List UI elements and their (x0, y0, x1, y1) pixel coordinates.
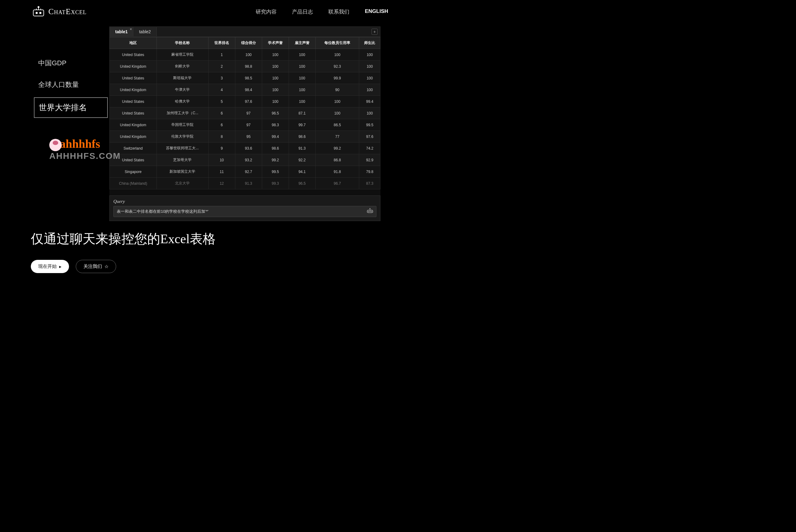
table-cell: 92.9 (359, 154, 381, 166)
table-cell: 9 (208, 142, 235, 154)
table-row[interactable]: United Kingdom剑桥大学298.810010092.3100 (110, 61, 381, 72)
table-cell: 100 (262, 61, 289, 72)
table-cell: United States (110, 154, 157, 166)
table-row[interactable]: China (Mainland)北京大学1291.399.396.596.787… (110, 178, 381, 189)
table-cell: Singapore (110, 166, 157, 178)
column-header[interactable]: 地区 (110, 37, 157, 49)
table-row[interactable]: United States麻省理工学院1100100100100100 (110, 49, 381, 61)
table-cell: 91.8 (315, 166, 359, 178)
table-panel: table1✕table2+ 地区学校名称世界排名综合得分学术声誉雇主声誉每位教… (109, 26, 381, 221)
table-cell: 11 (208, 166, 235, 178)
table-cell: 97 (235, 119, 262, 131)
table-cell: 99.2 (315, 142, 359, 154)
column-header[interactable]: 世界排名 (208, 37, 235, 49)
nav-item[interactable]: 研究内容 (256, 8, 277, 15)
table-row[interactable]: United States芝加哥大学1093.299.292.286.892.9 (110, 154, 381, 166)
query-label: Query (113, 199, 376, 204)
table-cell: 100 (235, 49, 262, 61)
column-header[interactable]: 学术声誉 (262, 37, 289, 49)
query-panel: Query 0/50 (109, 195, 381, 221)
table-cell: 100 (262, 84, 289, 96)
table-row[interactable]: United States哈佛大学597.610010010099.4 (110, 96, 381, 108)
table-cell: United Kingdom (110, 131, 157, 142)
table-cell: 79.8 (359, 166, 381, 178)
table-cell: 100 (262, 49, 289, 61)
table-cell: United States (110, 108, 157, 119)
table-cell: 5 (208, 96, 235, 108)
star-icon: ☆ (105, 264, 108, 269)
table-cell: 帝国理工学院 (157, 119, 208, 131)
table-cell: 77 (315, 131, 359, 142)
tab[interactable]: table2 (133, 27, 156, 36)
table-row[interactable]: United States斯坦福大学398.510010099.9100 (110, 72, 381, 84)
table-cell: 100 (359, 72, 381, 84)
table-cell: 98.3 (262, 119, 289, 131)
table-cell: 100 (289, 72, 315, 84)
follow-button[interactable]: 关注我们 ☆ (76, 260, 116, 273)
table-cell: 100 (262, 72, 289, 84)
tab-bar: table1✕table2+ (109, 26, 381, 37)
table-cell: 91.3 (289, 142, 315, 154)
table-cell: 100 (315, 108, 359, 119)
table-cell: United Kingdom (110, 119, 157, 131)
table-row[interactable]: Singapore新加坡国立大学1192.799.594.191.879.8 (110, 166, 381, 178)
table-cell: 99.9 (315, 72, 359, 84)
column-header[interactable]: 每位教员引用率 (315, 37, 359, 49)
column-header[interactable]: 综合得分 (235, 37, 262, 49)
table-cell: 100 (359, 84, 381, 96)
data-table: 地区学校名称世界排名综合得分学术声誉雇主声誉每位教员引用率师生比 United … (109, 37, 381, 189)
svg-point-2 (40, 12, 41, 14)
table-row[interactable]: United Kingdom牛津大学498.410010090100 (110, 84, 381, 96)
table-row[interactable]: United Kingdom伦敦大学学院89599.498.67797.6 (110, 131, 381, 142)
table-cell: 芝加哥大学 (157, 154, 208, 166)
sidebar-item[interactable]: 中国GDP (34, 54, 108, 72)
start-button[interactable]: 现在开始 ▸ (31, 260, 69, 273)
table-cell: 新加坡国立大学 (157, 166, 208, 178)
tab[interactable]: table1✕ (110, 27, 133, 36)
add-tab-button[interactable]: + (371, 28, 378, 35)
table-cell: 4 (208, 84, 235, 96)
table-cell: 加州理工大学（C... (157, 108, 208, 119)
table-cell: 99.2 (262, 154, 289, 166)
hero-title: 仅通过聊天来操控您的Excel表格 (31, 230, 413, 248)
table-cell: 74.2 (359, 142, 381, 154)
table-row[interactable]: United States加州理工大学（C...69796.587.110010… (110, 108, 381, 119)
follow-button-label: 关注我们 (84, 264, 102, 269)
table-row[interactable]: United Kingdom帝国理工学院69798.399.786.599.5 (110, 119, 381, 131)
table-cell: 100 (315, 96, 359, 108)
nav-item[interactable]: ENGLISH (365, 8, 388, 15)
table-cell: 93.6 (235, 142, 262, 154)
sidebar-item[interactable]: 全球人口数量 (34, 76, 108, 94)
nav-item[interactable]: 产品日志 (292, 8, 313, 15)
column-header[interactable]: 学校名称 (157, 37, 208, 49)
table-cell: 100 (359, 61, 381, 72)
table-cell: 6 (208, 119, 235, 131)
nav-item[interactable]: 联系我们 (328, 8, 349, 15)
table-cell: United States (110, 96, 157, 108)
table-cell: 99.5 (262, 166, 289, 178)
column-header[interactable]: 师生比 (359, 37, 381, 49)
table-cell: 伦敦大学学院 (157, 131, 208, 142)
table-cell: 87.1 (289, 108, 315, 119)
table-cell: 91.3 (235, 178, 262, 189)
table-cell: 北京大学 (157, 178, 208, 189)
table-cell: United States (110, 72, 157, 84)
top-nav: 研究内容产品日志联系我们ENGLISH (256, 8, 388, 15)
column-header[interactable]: 雇主声誉 (289, 37, 315, 49)
table-cell: 苏黎世联邦理工大... (157, 142, 208, 154)
table-cell: 麻省理工学院 (157, 49, 208, 61)
table-row[interactable]: Switzerland苏黎世联邦理工大...993.698.691.399.27… (110, 142, 381, 154)
table-cell: 92.3 (315, 61, 359, 72)
tab-close-icon[interactable]: ✕ (130, 28, 132, 31)
table-cell: 86.8 (315, 154, 359, 166)
query-input[interactable] (117, 209, 364, 214)
logo[interactable]: ChatExcel (32, 6, 87, 17)
svg-rect-0 (33, 10, 44, 16)
table-cell: 1 (208, 49, 235, 61)
table-cell: 100 (289, 96, 315, 108)
table-cell: 95 (235, 131, 262, 142)
sidebar-item[interactable]: 世界大学排名 (34, 97, 108, 118)
table-cell: 99.7 (289, 119, 315, 131)
start-button-label: 现在开始 (38, 264, 57, 269)
table-cell: 牛津大学 (157, 84, 208, 96)
